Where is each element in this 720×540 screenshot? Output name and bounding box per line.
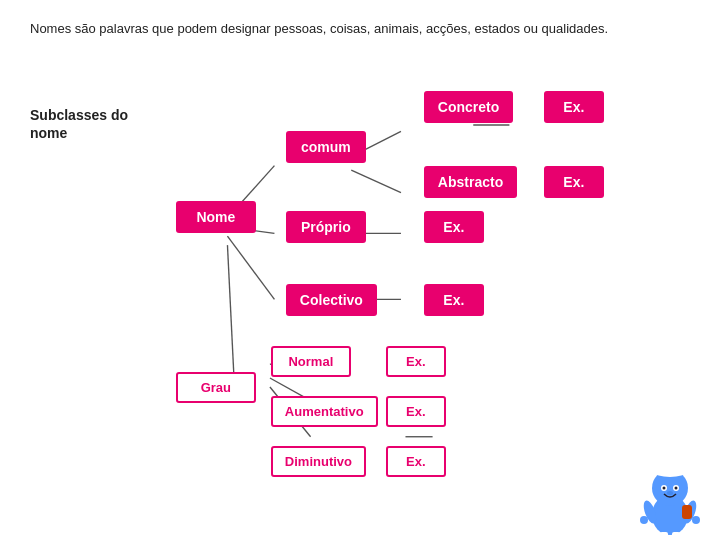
proprio-node: Próprio [286, 211, 366, 243]
svg-point-27 [640, 516, 648, 524]
svg-rect-19 [663, 455, 677, 473]
comum-node: comum [286, 131, 366, 163]
normal-node: Normal [271, 346, 351, 377]
svg-rect-29 [660, 532, 668, 540]
ex-colectivo: Ex. [424, 284, 484, 316]
ex-abstracto: Ex. [544, 166, 604, 198]
smurf-image [630, 450, 710, 530]
svg-point-28 [692, 516, 700, 524]
svg-point-23 [675, 487, 678, 490]
svg-rect-31 [682, 505, 692, 519]
diminutivo-node: Diminutivo [271, 446, 366, 477]
concreto-node: Concreto [424, 91, 513, 123]
ex-normal: Ex. [386, 346, 446, 377]
aumentativo-node: Aumentativo [271, 396, 378, 427]
svg-line-5 [351, 170, 401, 193]
svg-point-22 [663, 487, 666, 490]
ex-concreto: Ex. [544, 91, 604, 123]
colectivo-node: Colectivo [286, 284, 377, 316]
slide: Nomes são palavras que podem designar pe… [0, 0, 720, 540]
ex-proprio: Ex. [424, 211, 484, 243]
svg-line-3 [227, 245, 233, 373]
intro-text: Nomes são palavras que podem designar pe… [30, 20, 690, 38]
grau-node: Grau [176, 372, 256, 403]
nome-node: Nome [176, 201, 256, 233]
svg-rect-30 [672, 532, 680, 540]
ex-diminutivo: Ex. [386, 446, 446, 477]
svg-line-2 [227, 236, 274, 299]
subclasses-label: Subclasses do nome [30, 107, 128, 141]
svg-point-24 [667, 491, 673, 495]
ex-aumentativo: Ex. [386, 396, 446, 427]
abstracto-node: Abstracto [424, 166, 517, 198]
